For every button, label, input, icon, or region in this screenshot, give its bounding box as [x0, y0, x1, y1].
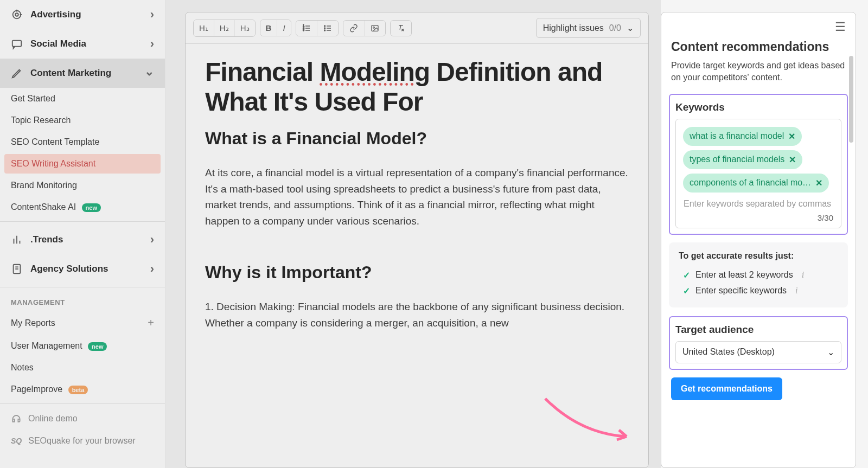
sidebar-sub-seo-content-template[interactable]: SEO Content Template [0, 131, 165, 153]
sidebar-footer-seoquake[interactable]: SQ SEOquake for your browser [0, 430, 165, 452]
info-icon[interactable]: i [802, 270, 804, 280]
tips-box: To get accurate results just: ✓ Enter at… [669, 242, 848, 307]
sidebar-item-content-marketing[interactable]: Content Marketing [0, 59, 165, 88]
editor-content[interactable]: Financial Modeling Definition and What I… [186, 44, 648, 467]
chip-text: what is a financial model [690, 131, 784, 141]
chat-icon [11, 38, 23, 50]
headset-icon [11, 413, 22, 424]
check-icon: ✓ [683, 270, 690, 280]
target-audience-select[interactable]: United States (Desktop) ⌄ [675, 341, 841, 363]
paragraph-decision[interactable]: 1. Decision Making: Financial models are… [205, 299, 629, 331]
sq-icon: SQ [11, 437, 22, 445]
sidebar-sub-contentshake[interactable]: ContentShake AI new [0, 196, 165, 218]
paragraph-intro[interactable]: At its core, a financial model is a virt… [205, 165, 629, 229]
sidebar-sub-topic-research[interactable]: Topic Research [0, 110, 165, 131]
sidebar-sub-brand-monitoring[interactable]: Brand Monitoring [0, 175, 165, 196]
tips-title: To get accurate results just: [679, 251, 838, 261]
sub-label: User Management [11, 341, 82, 350]
panel-header: ☰ [661, 12, 856, 37]
sidebar-item-advertising[interactable]: Advertising [0, 0, 165, 29]
sidebar-sub-pageimprove[interactable]: PageImprove beta [0, 379, 165, 400]
footer-label: Online demo [28, 414, 78, 424]
check-icon: ✓ [683, 286, 690, 296]
image-button[interactable] [364, 21, 385, 36]
sidebar-item-social-media[interactable]: Social Media [0, 29, 165, 59]
heading-why-important[interactable]: Why is it Important? [205, 262, 629, 283]
nav-label: Agency Solutions [30, 264, 108, 274]
tip-row: ✓ Enter at least 2 keywords i [679, 267, 838, 283]
document-title[interactable]: Financial Modeling Definition and What I… [205, 57, 629, 117]
heading-what-is[interactable]: What is a Financial Model? [205, 129, 629, 149]
nav-label: Social Media [30, 39, 86, 49]
ordered-list-button[interactable]: 123 [296, 21, 317, 36]
menu-icon[interactable]: ☰ [835, 20, 846, 34]
sidebar-sub-notes[interactable]: Notes [0, 357, 165, 379]
highlight-issues-dropdown[interactable]: Highlight issues 0/0 ⌄ [536, 18, 641, 38]
clear-format-icon [396, 24, 406, 33]
sidebar-sub-seo-writing-assistant[interactable]: SEO Writing Assistant [4, 154, 161, 174]
scrollbar[interactable] [849, 56, 853, 143]
issues-label: Highlight issues [543, 23, 604, 33]
recommendations-panel: ☰ Content recommendations Provide target… [661, 12, 856, 468]
chip-text: types of financial models [690, 155, 784, 164]
beta-badge: beta [68, 386, 88, 394]
svg-point-24 [373, 27, 374, 28]
format-group: B I [260, 20, 291, 36]
svg-point-22 [324, 30, 325, 31]
ordered-list-icon: 123 [302, 24, 311, 33]
chip-text: components of a financial mo… [690, 178, 811, 188]
svg-point-20 [324, 25, 325, 27]
editor-toolbar: H₁ H₂ H₃ B I 123 [186, 12, 648, 44]
svg-text:3: 3 [303, 29, 304, 31]
insert-group [343, 20, 386, 36]
keywords-placeholder: Enter keywords separated by commas [681, 195, 835, 211]
keyword-chip[interactable]: what is a financial model✕ [683, 127, 802, 146]
link-button[interactable] [343, 21, 364, 36]
sub-label: PageImprove [11, 384, 62, 394]
bars-icon [11, 234, 23, 246]
sidebar-sub-get-started[interactable]: Get Started [0, 88, 165, 110]
sidebar-sub-my-reports[interactable]: My Reports + [0, 311, 165, 335]
bold-button[interactable]: B [260, 20, 277, 36]
sidebar-item-agency-solutions[interactable]: Agency Solutions [0, 254, 165, 284]
keywords-input[interactable]: what is a financial model✕ types of fina… [675, 119, 841, 228]
info-icon[interactable]: i [795, 286, 797, 296]
italic-button[interactable]: I [277, 20, 290, 36]
panel-title: Content recommendations [671, 40, 846, 54]
footer-label: SEOquake for your browser [28, 436, 135, 446]
h2-button[interactable]: H₂ [214, 20, 234, 36]
remove-chip-icon[interactable]: ✕ [789, 155, 796, 165]
h3-button[interactable]: H₃ [234, 20, 255, 36]
remove-chip-icon[interactable]: ✕ [815, 178, 822, 188]
keywords-section: Keywords what is a financial model✕ type… [669, 94, 848, 235]
keyword-chip[interactable]: types of financial models✕ [683, 150, 802, 169]
plus-icon[interactable]: + [148, 317, 154, 329]
bullet-list-button[interactable] [317, 21, 338, 36]
keywords-count: 3/30 [681, 211, 835, 222]
svg-point-1 [15, 13, 18, 16]
tip-row: ✓ Enter specific keywords i [679, 283, 838, 299]
tip-text: Enter specific keywords [695, 286, 787, 296]
sub-label: My Reports [11, 318, 55, 328]
remove-chip-icon[interactable]: ✕ [788, 131, 795, 142]
chevron-down-icon: ⌄ [827, 347, 834, 357]
keyword-chip[interactable]: components of a financial mo…✕ [683, 174, 829, 193]
sidebar: Advertising Social Media Content Marketi… [0, 0, 165, 468]
nav-label: Content Marketing [30, 68, 111, 79]
get-recommendations-button[interactable]: Get recommendations [671, 377, 782, 400]
nav-label: Advertising [30, 9, 81, 20]
panel-body: Content recommendations Provide target k… [661, 37, 856, 467]
clear-format-button[interactable] [391, 21, 411, 36]
h1-button[interactable]: H₁ [194, 20, 214, 36]
title-part: Financial [205, 57, 320, 86]
document-icon [11, 263, 23, 275]
image-icon [370, 24, 380, 33]
new-badge: new [82, 203, 101, 212]
sidebar-footer-online-demo[interactable]: Online demo [0, 407, 165, 430]
target-audience-label: Target audience [675, 324, 841, 336]
title-misspell: Modeling [320, 57, 430, 86]
sidebar-sub-user-management[interactable]: User Management new [0, 335, 165, 357]
pencil-icon [11, 67, 23, 79]
sidebar-item-trends[interactable]: .Trends [0, 225, 165, 254]
nav-label: .Trends [30, 234, 63, 245]
